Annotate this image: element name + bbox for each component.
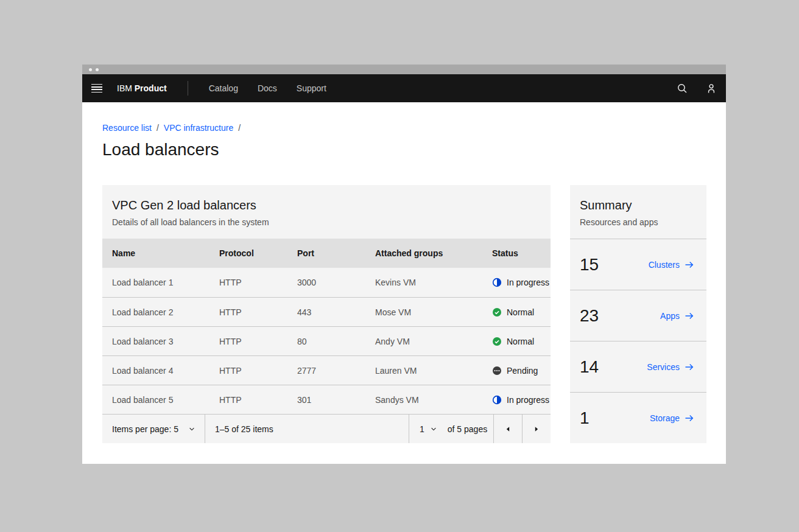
summary-link-label: Clusters [649,260,680,270]
cell-port: 3000 [297,278,375,287]
status-in-progress-icon [492,278,502,287]
window-control-dot[interactable] [89,68,92,71]
summary-row: 15Clusters [570,239,706,290]
cell-status: Normal [492,307,551,317]
next-page-button[interactable] [522,415,551,443]
window-titlebar [82,65,726,74]
header-divider [188,81,188,96]
summary-rows: 15Clusters23Apps14Services1Storage [570,239,706,443]
user-icon [705,82,717,94]
cell-protocol: HTTP [219,337,297,346]
table-card-subtitle: Details of all load balancers in the sys… [112,217,541,228]
cell-attached-groups: Mose VM [375,307,492,317]
summary-card-header: Summary Resources and apps [570,185,706,239]
pagination-bar: Items per page: 5 1–5 of 25 items 1 of 5… [102,414,551,443]
breadcrumb-separator: / [238,123,241,133]
summary-count: 14 [580,359,599,376]
items-per-page-select[interactable]: Items per page: 5 [102,415,205,443]
summary-link-services[interactable]: Services [647,362,694,372]
breadcrumb-link[interactable]: Resource list [102,123,152,133]
header-actions [667,74,726,102]
cell-name: Load balancer 1 [112,278,219,287]
brand-link[interactable]: IBM Product [117,83,167,93]
column-header: Status [492,248,551,258]
arrow-right-icon [685,260,694,270]
cell-name: Load balancer 4 [112,366,219,376]
nav-item-docs[interactable]: Docs [258,83,277,93]
cell-port: 80 [297,337,375,346]
breadcrumb-separator: / [157,123,159,133]
column-header: Attached groups [375,248,492,258]
summary-count: 23 [580,307,599,324]
cell-protocol: HTTP [219,366,297,376]
header-nav: CatalogDocsSupport [209,83,326,93]
table-card-header: VPC Gen 2 load balancers Details of all … [102,185,551,239]
cell-port: 2777 [297,366,375,376]
table-row[interactable]: Load balancer 3HTTP80Andy VMNormal [102,326,551,355]
cell-protocol: HTTP [219,307,297,317]
cell-status: Normal [492,337,551,346]
summary-subtitle: Resources and apps [580,217,697,228]
breadcrumb-link[interactable]: VPC infrastructure [164,123,233,133]
status-in-progress-icon [492,395,502,405]
search-icon [676,82,688,94]
cell-attached-groups: Andy VM [375,337,492,346]
status-label: Pending [507,366,538,376]
cell-attached-groups: Sandys VM [375,395,492,405]
table-row[interactable]: Load balancer 2HTTP443Mose VMNormal [102,297,551,326]
table-row[interactable]: Load balancer 4HTTP2777Lauren VMPending [102,355,551,385]
breadcrumb: Resource list/VPC infrastructure/ [102,123,706,133]
summary-count: 15 [580,256,599,273]
cell-status: In progress [492,395,551,405]
summary-link-label: Storage [650,413,680,423]
brand-name: Product [135,83,167,93]
cell-name: Load balancer 5 [112,395,219,405]
page-title: Load balancers [102,139,706,161]
load-balancers-table-card: VPC Gen 2 load balancers Details of all … [102,185,551,443]
app-window: IBM Product CatalogDocsSupport Resource … [82,65,726,464]
main-layout: VPC Gen 2 load balancers Details of all … [102,185,706,443]
table-card-title: VPC Gen 2 load balancers [112,197,541,213]
summary-title: Summary [580,197,697,213]
page-number-select[interactable]: 1 [420,424,437,434]
summary-card: Summary Resources and apps 15Clusters23A… [570,185,706,443]
caret-right-icon [532,424,541,434]
status-normal-icon [492,337,502,346]
arrow-right-icon [685,311,694,321]
status-label: In progress [507,278,549,287]
summary-count: 1 [580,410,590,427]
cell-status: Pending [492,366,551,376]
cell-port: 443 [297,307,375,317]
previous-page-button[interactable] [493,415,522,443]
summary-link-apps[interactable]: Apps [660,311,694,321]
summary-row: 1Storage [570,392,706,443]
table-row[interactable]: Load balancer 5HTTP301Sandys VMIn progre… [102,385,551,414]
pagination-range: 1–5 of 25 items [205,415,409,443]
arrow-right-icon [685,413,694,423]
hamburger-icon [91,84,102,93]
nav-item-catalog[interactable]: Catalog [209,83,238,93]
summary-link-storage[interactable]: Storage [650,413,694,423]
cell-protocol: HTTP [219,278,297,287]
arrow-right-icon [685,362,694,372]
table-body: Load balancer 1HTTP3000Kevins VMIn progr… [102,268,551,414]
cell-status: In progress [492,278,551,287]
summary-link-label: Services [647,362,680,372]
summary-row: 23Apps [570,290,706,341]
items-per-page-label: Items per page: 5 [112,424,178,434]
table-row[interactable]: Load balancer 1HTTP3000Kevins VMIn progr… [102,268,551,297]
hamburger-menu-button[interactable] [82,74,111,102]
summary-link-clusters[interactable]: Clusters [649,260,694,270]
summary-link-label: Apps [660,311,680,321]
window-control-dot[interactable] [96,68,99,71]
nav-item-support[interactable]: Support [297,83,326,93]
search-button[interactable] [667,74,697,102]
page-number-value: 1 [420,424,424,434]
cell-name: Load balancer 2 [112,307,219,317]
column-header: Name [112,248,219,258]
pages-count-label: of 5 pages [448,424,487,434]
status-pending-icon [492,366,502,376]
chevron-down-icon [430,425,437,433]
user-avatar-button[interactable] [697,74,726,102]
chevron-down-icon [188,425,195,433]
